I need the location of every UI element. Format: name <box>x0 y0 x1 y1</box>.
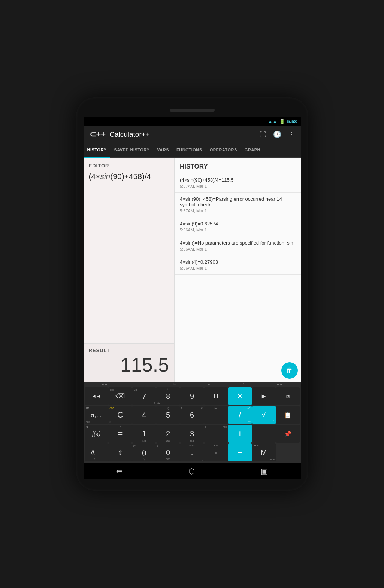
recents-button[interactable]: ▣ <box>261 467 268 476</box>
history-item[interactable]: 4×sin(4)=0.27903 5:56AM, Mar 1 <box>175 255 300 275</box>
tab-functions[interactable]: FUNCTIONS <box>173 143 206 157</box>
time-display: 5:58 <box>287 119 297 124</box>
key-9[interactable]: 9 <box>180 387 204 405</box>
key-prev-prev[interactable]: ◄◄ <box>85 387 108 405</box>
history-icon[interactable]: 🕐 <box>273 130 281 139</box>
history-expr: 4×sin()=No parameters are specified for … <box>180 240 295 246</box>
result-section: RESULT 115.5 <box>84 343 175 382</box>
key-sqrt[interactable]: ° √ <box>252 406 276 424</box>
hint-back: ◄◄ <box>101 382 108 386</box>
key-pi-etc[interactable]: +π hex π,… <box>85 406 108 424</box>
key-7[interactable]: 0d: 7 ! <box>132 387 156 405</box>
history-expr: 4×sin(4)=0.27903 <box>180 259 295 265</box>
history-item[interactable]: 4×sin()=No parameters are specified for … <box>175 236 300 255</box>
key-clipboard-2[interactable]: 📌 <box>276 425 300 443</box>
key-backspace[interactable]: 0b: ⌫ <box>108 387 132 405</box>
key-atan[interactable]: atan E <box>204 443 228 461</box>
key-empty-1[interactable] <box>252 425 276 443</box>
history-expr: 4×sin(9)=0.62574 <box>180 221 295 227</box>
key-minus[interactable]: − <box>228 443 252 461</box>
device-frame: ▲▲ 🔋 5:58 ⊂++ Calculator++ ⛶ 🕐 ⋮ HISTORY… <box>76 97 308 491</box>
hint-fwd: ►► <box>276 382 283 386</box>
key-next[interactable]: ► <box>252 387 276 405</box>
fullscreen-icon[interactable]: ⛶ <box>260 131 266 139</box>
key-multiply[interactable]: × <box>228 387 252 405</box>
history-title: HISTORY <box>175 158 300 173</box>
key-share[interactable]: ⇧ <box>108 443 132 461</box>
tab-graph[interactable]: GRAPH <box>241 143 264 157</box>
delete-fab-button[interactable]: 🗑 <box>281 362 298 379</box>
nav-bar: ⬅ ⬡ ▣ <box>84 463 301 479</box>
history-time: 5:56AM, Mar 1 <box>180 266 295 270</box>
result-value: 115.5 <box>89 353 169 376</box>
status-bar: ▲▲ 🔋 5:58 <box>84 117 301 126</box>
key-memory[interactable]: undo redo M <box>252 443 276 461</box>
key-copy[interactable]: ⧉ <box>276 387 300 405</box>
header-icons: ⛶ 🕐 ⋮ <box>260 130 295 139</box>
key-2[interactable]: cos 2 <box>156 425 180 443</box>
tabs-bar: HISTORY SAVED HISTORY VARS FUNCTIONS OPE… <box>84 143 301 158</box>
result-label: RESULT <box>89 348 169 353</box>
app-title: Calculator++ <box>109 130 256 139</box>
key-j[interactable]: j rad <box>204 425 228 443</box>
key-6[interactable]: t e 6 <box>180 406 204 424</box>
key-paste[interactable]: 📋 <box>276 406 300 424</box>
history-time: 5:56AM, Mar 1 <box>180 247 295 251</box>
more-icon[interactable]: ⋮ <box>288 130 295 139</box>
app-header: ⊂++ Calculator++ ⛶ 🕐 ⋮ <box>84 126 301 143</box>
tab-vars[interactable]: VARS <box>153 143 173 157</box>
history-time: 5:57AM, Mar 1 <box>180 209 295 213</box>
key-divide[interactable]: ^2 % / <box>228 406 252 424</box>
history-item[interactable]: 4×sin(9)=0.62574 5:56AM, Mar 1 <box>175 217 300 236</box>
speaker <box>170 109 215 112</box>
key-parens[interactable]: (−) ) () <box>132 443 156 461</box>
editor-section: EDITOR (4×sin(90)+458)/4 <box>84 158 175 343</box>
status-icons: ▲▲ 🔋 5:58 <box>268 119 297 124</box>
key-3[interactable]: tan 3 <box>180 425 204 443</box>
history-expr: (4×sin(90)+458)/4=115.5 <box>180 177 295 183</box>
left-panel: EDITOR (4×sin(90)+458)/4 RESULT 115.5 <box>84 158 175 382</box>
history-expr: 4×sin(90)+458)=Parsing error occurred ne… <box>180 196 295 207</box>
right-panel: HISTORY (4×sin(90)+458)/4=115.5 5:57AM, … <box>175 158 300 382</box>
history-time: 5:56AM, Mar 1 <box>180 228 295 232</box>
app-logo: ⊂++ <box>90 130 106 139</box>
signal-icon: ▲▲ <box>268 119 278 124</box>
key-dot[interactable]: acos , . <box>180 443 204 461</box>
hint-pi: π <box>208 382 210 386</box>
key-plus[interactable]: + <box>228 425 252 443</box>
main-area: EDITOR (4×sin(90)+458)/4 RESULT 115.5 HI… <box>84 158 301 382</box>
key-function[interactable]: +f f(x) <box>85 425 108 443</box>
editor-label: EDITOR <box>89 163 169 169</box>
key-deg[interactable]: deg <box>204 406 228 424</box>
screen: ⊂++ Calculator++ ⛶ 🕐 ⋮ HISTORY SAVED HIS… <box>84 126 301 479</box>
battery-icon: 🔋 <box>279 119 285 124</box>
tab-operators[interactable]: OPERATORS <box>206 143 241 157</box>
tab-saved-history[interactable]: SAVED HISTORY <box>110 143 153 157</box>
key-clear[interactable]: dec x C <box>108 406 132 424</box>
hint-ln: ln <box>173 382 176 386</box>
key-delta-etc[interactable]: ∂,… ∂,… <box>85 443 108 461</box>
key-8[interactable]: lg 8 0x: <box>156 387 180 405</box>
hint-caret: ^ <box>242 382 244 386</box>
history-item[interactable]: (4×sin(90)+458)/4=115.5 5:57AM, Mar 1 <box>175 173 300 193</box>
back-button[interactable]: ⬅ <box>116 467 123 476</box>
hint-i: i <box>140 382 141 386</box>
key-1[interactable]: sin 1 <box>132 425 156 443</box>
key-5[interactable]: lg 5 <box>156 406 180 424</box>
key-pi-cap[interactable]: ! Π <box>204 387 228 405</box>
tab-history[interactable]: HISTORY <box>84 143 111 158</box>
key-0[interactable]: ( 000 0 <box>156 443 180 461</box>
history-time: 5:57AM, Mar 1 <box>180 184 295 188</box>
home-button[interactable]: ⬡ <box>188 467 195 476</box>
key-equals[interactable]: ≡ = <box>108 425 132 443</box>
editor-expression[interactable]: (4×sin(90)+458)/4 <box>89 171 169 182</box>
keyboard-area: ◄◄ i ln π ^ ►► ◄◄ 0b: ⌫ 0d: 7 ! <box>84 382 301 463</box>
history-item[interactable]: 4×sin(90)+458)=Parsing error occurred ne… <box>175 193 300 217</box>
key-4[interactable]: 4 <box>132 406 156 424</box>
